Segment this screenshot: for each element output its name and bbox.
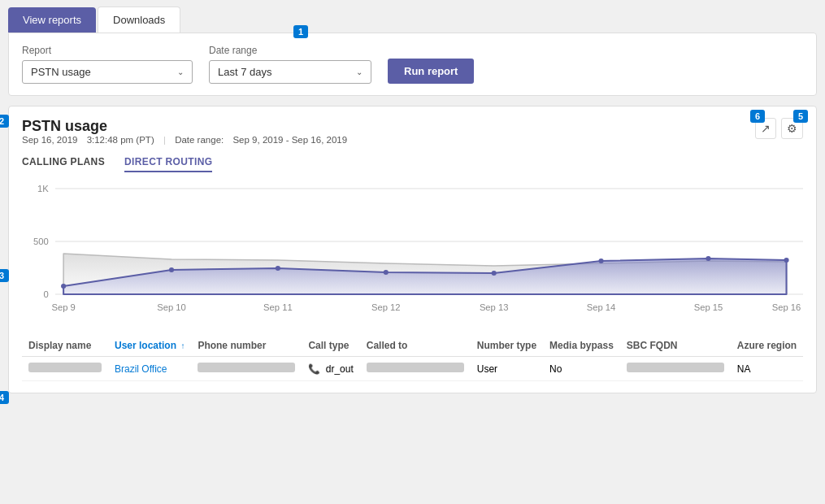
report-header: PSTN usage Sep 16, 2019 3:12:48 pm (PT) … [22, 118, 803, 153]
cell-phone-number [191, 357, 302, 381]
cell-azure-region: NA [731, 357, 803, 381]
svg-text:0: 0 [43, 289, 48, 299]
chart-dot [61, 284, 66, 289]
cell-number-type: User [471, 357, 543, 381]
date-range-label-meta: Date range: [175, 135, 224, 145]
report-select-chevron: ⌄ [177, 67, 184, 76]
date-range-select-value: Last 7 days [218, 66, 272, 78]
report-filter-group: Report PSTN usage ⌄ [22, 45, 193, 84]
filter-panel: 1 Report PSTN usage ⌄ Date range Last 7 … [8, 33, 817, 96]
table-body: Brazil Office 📞 dr_out User No NA [22, 357, 803, 381]
svg-text:Sep 9: Sep 9 [51, 302, 75, 312]
cell-user-location[interactable]: Brazil Office [108, 357, 191, 381]
svg-text:Sep 15: Sep 15 [694, 302, 723, 312]
table-header-row: Display name User location ↑ Phone numbe… [22, 335, 803, 357]
col-user-location[interactable]: User location ↑ [108, 335, 191, 357]
cell-media-bypass: No [543, 357, 620, 381]
tab-bar: View reports Downloads [0, 0, 825, 33]
svg-text:Sep 16: Sep 16 [772, 302, 801, 312]
col-number-type: Number type [471, 335, 543, 357]
col-display-name: Display name [22, 335, 108, 357]
blurred-called-to [367, 363, 464, 372]
svg-text:Sep 14: Sep 14 [587, 302, 616, 312]
report-sub-tabs: CALLING PLANS DIRECT ROUTING [22, 156, 803, 172]
tab-direct-routing[interactable]: DIRECT ROUTING [124, 156, 212, 172]
cell-call-type: 📞 dr_out [302, 357, 359, 381]
run-report-button[interactable]: Run report [388, 59, 474, 84]
date-range-select[interactable]: Last 7 days ⌄ [209, 60, 371, 84]
sort-icon: ↑ [180, 341, 185, 350]
tab-calling-plans[interactable]: CALLING PLANS [22, 156, 105, 172]
cell-display-name [22, 357, 108, 381]
svg-text:Sep 12: Sep 12 [371, 302, 401, 312]
report-label: Report [22, 45, 193, 56]
blurred-sbc [627, 363, 724, 372]
blurred-phone [198, 363, 295, 372]
table-row: Brazil Office 📞 dr_out User No NA [22, 357, 803, 381]
chart-dot [784, 258, 788, 263]
chart-dot [384, 270, 389, 275]
report-meta: Sep 16, 2019 3:12:48 pm (PT) | Date rang… [22, 135, 354, 145]
chart-dot [706, 256, 710, 261]
col-call-type: Call type [302, 335, 359, 357]
col-called-to: Called to [360, 335, 471, 357]
svg-text:Sep 10: Sep 10 [157, 302, 186, 312]
report-select-value: PSTN usage [31, 66, 91, 78]
report-select[interactable]: PSTN usage ⌄ [22, 60, 193, 84]
chart-dot [169, 267, 174, 272]
svg-text:1K: 1K [37, 184, 49, 193]
tab-view-reports[interactable]: View reports [8, 7, 96, 33]
chart-dot [492, 271, 497, 276]
blurred-display-name [28, 363, 102, 372]
badge-5: 5 [793, 110, 808, 123]
chart-svg: 1K 500 0 [22, 180, 803, 327]
report-time: 3:12:48 pm (PT) [87, 135, 154, 145]
chart-dot [599, 259, 604, 263]
badge-1: 1 [293, 25, 308, 38]
meta-divider: | [163, 135, 166, 145]
badge-6: 6 [750, 110, 765, 123]
report-title: PSTN usage [22, 118, 354, 135]
report-date: Sep 16, 2019 [22, 135, 77, 145]
date-range-filter-group: Date range Last 7 days ⌄ [209, 45, 371, 84]
badge-3: 3 [0, 269, 9, 282]
header-actions: 6 ↗ ⚙ 5 [755, 118, 803, 139]
col-media-bypass: Media bypass [543, 335, 620, 357]
svg-text:Sep 11: Sep 11 [263, 302, 293, 312]
data-table: Display name User location ↑ Phone numbe… [22, 335, 803, 381]
col-phone-number: Phone number [191, 335, 302, 357]
cell-called-to [360, 357, 471, 381]
report-panel: 2 3 4 PSTN usage Sep 16, 2019 3:12:48 pm… [8, 106, 817, 393]
badge-4: 4 [0, 391, 9, 404]
report-title-section: PSTN usage Sep 16, 2019 3:12:48 pm (PT) … [22, 118, 354, 153]
date-range-value-meta: Sep 9, 2019 - Sep 16, 2019 [232, 135, 347, 145]
tab-downloads[interactable]: Downloads [98, 7, 180, 33]
badge-2: 2 [0, 115, 9, 128]
col-sbc-fqdn: SBC FQDN [620, 335, 731, 357]
date-range-label: Date range [209, 45, 371, 56]
svg-text:500: 500 [33, 237, 49, 246]
chart-container: 1K 500 0 [22, 180, 803, 327]
svg-text:Sep 13: Sep 13 [480, 302, 509, 312]
cell-sbc-fqdn [620, 357, 731, 381]
col-azure-region: Azure region [731, 335, 803, 357]
date-range-select-chevron: ⌄ [356, 67, 363, 76]
chart-dot [276, 266, 280, 271]
table-header: Display name User location ↑ Phone numbe… [22, 335, 803, 357]
